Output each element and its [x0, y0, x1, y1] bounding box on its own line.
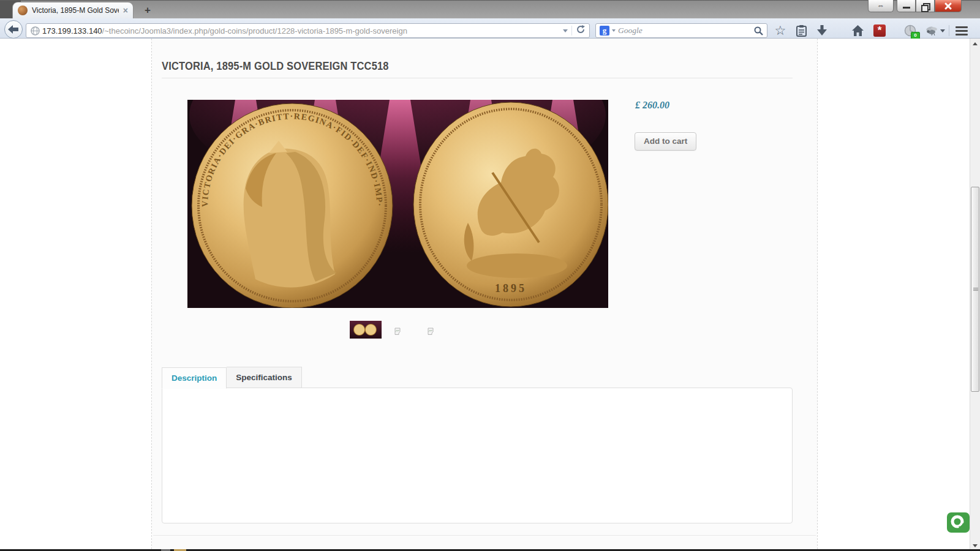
chevron-down-icon	[940, 29, 945, 32]
page-viewport: VICTORIA, 1895-M GOLD SOVEREIGN TCC518	[0, 39, 970, 549]
description-panel	[162, 388, 793, 523]
adblock-extension-button[interactable]: 0	[903, 23, 918, 38]
page-title: VICTORIA, 1895-M GOLD SOVEREIGN TCC518	[162, 60, 389, 73]
star-icon: ☆	[775, 24, 786, 37]
fly-icon	[925, 26, 937, 36]
coin-year-text: 1895	[495, 282, 527, 294]
content-right-dashed-border	[817, 39, 818, 549]
close-window-button[interactable]	[935, 0, 962, 12]
privacy-extension-button[interactable]	[924, 23, 938, 38]
minimize-button[interactable]	[897, 0, 916, 12]
coin-reverse: 1895	[413, 102, 608, 307]
broken-image-icon[interactable]	[428, 326, 434, 334]
url-bar[interactable]: 173.199.133.140/~thecoinc/Joomla3/index.…	[26, 23, 590, 38]
show-bookmarks-button[interactable]	[794, 23, 809, 38]
search-icon[interactable]	[754, 26, 763, 36]
back-arrow-icon	[8, 25, 19, 34]
home-icon	[852, 25, 864, 36]
bottom-divider	[153, 535, 816, 536]
restore-icon-back	[921, 5, 929, 12]
chat-widget-button[interactable]	[947, 512, 970, 533]
window-resize-button[interactable]: ⇔	[868, 0, 894, 12]
product-image-coins[interactable]: VICTORIA·DEI·GRA·BRITT·REGINA·FID·DEF·IN…	[187, 100, 608, 308]
scroll-down-icon	[973, 544, 978, 547]
reload-button[interactable]	[576, 25, 585, 36]
lastpass-asterisk-icon: *	[873, 24, 886, 37]
url-text[interactable]: 173.199.133.140/~thecoinc/Joomla3/index.…	[42, 26, 559, 36]
minimize-icon	[903, 7, 910, 9]
search-engine-dropdown-icon[interactable]	[612, 29, 616, 32]
scrollbar-grip	[973, 288, 978, 291]
url-path: /~thecoinc/Joomla3/index.php/gold-coins/…	[102, 26, 407, 36]
bookmarks-clipboard-icon	[796, 25, 807, 37]
search-bar[interactable]: g Google	[595, 23, 767, 38]
restore-button[interactable]	[916, 0, 935, 12]
title-divider	[162, 78, 793, 78]
browser-tab[interactable]: Victoria, 1895-M Gold Sove... ×	[12, 2, 134, 18]
home-button[interactable]	[850, 23, 865, 38]
scroll-up-button[interactable]	[970, 39, 980, 49]
product-thumbnail[interactable]	[350, 321, 382, 339]
bookmark-star-button[interactable]: ☆	[773, 23, 788, 38]
new-tab-button[interactable]: +	[138, 4, 157, 17]
downloads-button[interactable]	[815, 23, 829, 38]
vertical-scrollbar[interactable]	[970, 39, 980, 551]
chat-bubble-icon	[947, 512, 970, 533]
add-to-cart-button[interactable]: Add to cart	[635, 132, 696, 151]
coin-obverse: VICTORIA·DEI·GRA·BRITT·REGINA·FID·DEF·IN…	[192, 103, 393, 308]
content-inner: VICTORIA, 1895-M GOLD SOVEREIGN TCC518	[152, 39, 817, 549]
tab-title: Victoria, 1895-M Gold Sove...	[32, 6, 119, 15]
site-favicon-coin-icon	[18, 6, 28, 15]
product-tabs: Description Specifications	[162, 367, 302, 388]
extension-overflow-button[interactable]	[938, 23, 947, 38]
globe-icon	[31, 26, 40, 36]
scroll-up-icon	[973, 42, 978, 45]
tab-close-icon[interactable]: ×	[123, 6, 128, 15]
tab-description[interactable]: Description	[162, 367, 227, 389]
tab-specifications[interactable]: Specifications	[227, 367, 302, 388]
download-arrow-icon	[817, 25, 827, 36]
broken-image-icon[interactable]	[394, 326, 401, 334]
lastpass-extension-button[interactable]: *	[872, 23, 887, 38]
search-engine-icon[interactable]: g	[600, 26, 609, 36]
url-host: 173.199.133.140	[42, 26, 102, 36]
search-input[interactable]: Google	[618, 26, 752, 36]
toolbar-divider	[949, 25, 949, 36]
window-controls	[897, 0, 962, 12]
product-price: £ 260.00	[635, 100, 669, 111]
url-dropdown-icon[interactable]	[563, 29, 568, 32]
url-divider	[571, 26, 572, 36]
reload-icon	[576, 25, 585, 34]
hamburger-menu-icon	[956, 26, 968, 36]
scrollbar-thumb[interactable]	[971, 187, 979, 392]
back-button[interactable]	[4, 20, 23, 39]
menu-button[interactable]	[953, 23, 970, 38]
